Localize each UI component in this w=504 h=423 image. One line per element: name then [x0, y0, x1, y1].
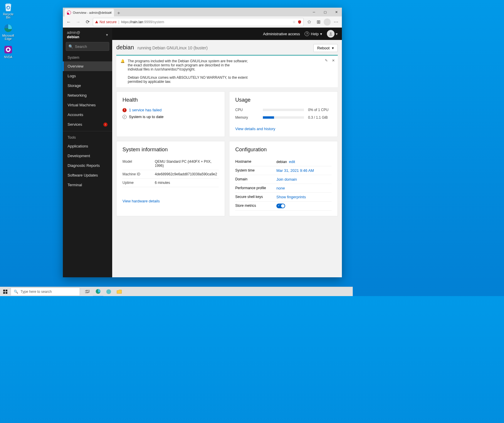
taskbar-search-input[interactable]: 🔍 Type here to search — [11, 288, 80, 296]
task-edge-beta[interactable] — [103, 287, 114, 296]
window-minimize-button[interactable]: ─ — [308, 8, 320, 16]
tab-title: Overview - admin@debian — [73, 11, 111, 14]
nav-applications[interactable]: Applications — [63, 141, 112, 151]
chevron-down-icon[interactable]: ▾ — [336, 32, 338, 36]
up-to-date-text: System is up to date — [129, 115, 164, 119]
nav-overview[interactable]: Overview — [63, 61, 112, 71]
configuration-card: Configuration Hostnamedebian edit System… — [229, 141, 338, 216]
memory-value: 0.3 / 1.1 GiB — [308, 115, 332, 120]
nav-section-system: System — [63, 53, 112, 61]
url-text: https://rain.lan:9999/system — [121, 20, 164, 24]
nav-storage[interactable]: Storage — [63, 81, 112, 90]
info-row-uptime: Uptime6 minutes — [122, 179, 219, 187]
config-title: Configuration — [235, 147, 332, 153]
address-bar: ← → ⟳ Not secure | https://rain.lan:9999… — [63, 16, 342, 28]
svg-point-5 — [330, 32, 332, 34]
caret-down-icon: ▾ — [332, 46, 334, 50]
browser-tab[interactable]: Overview - admin@debian ✕ — [65, 9, 114, 16]
health-title: Health — [122, 97, 219, 103]
desktop-icon-nvda[interactable]: NVDA — [1, 44, 16, 59]
nav-software-updates[interactable]: Software Updates — [63, 170, 112, 180]
nav-services[interactable]: Services! — [63, 120, 112, 129]
svg-point-15 — [106, 289, 111, 294]
chevron-down-icon: ▾ — [320, 32, 322, 36]
usage-details-link[interactable]: View details and history — [235, 127, 275, 131]
health-card: Health ! 1 service has failed ✓ System i… — [116, 91, 225, 137]
nav-terminal[interactable]: Terminal — [63, 180, 112, 190]
service-failed-link[interactable]: 1 service has failed — [129, 108, 162, 112]
perf-profile-link[interactable]: none — [276, 186, 332, 190]
back-button[interactable]: ← — [65, 18, 73, 26]
svg-rect-13 — [86, 290, 89, 292]
browser-titlebar: Overview - admin@debian ✕ ＋ ─ ▢ ✕ — [63, 8, 342, 16]
info-row-machine-id: Machine ID4de689962c9e6add8710038a590ca9… — [122, 170, 219, 179]
shield-icon[interactable] — [298, 20, 302, 24]
usage-title: Usage — [235, 97, 332, 103]
favorite-icon[interactable]: ☆ — [293, 20, 296, 24]
ssh-fingerprints-link[interactable]: Show fingerprints — [276, 195, 332, 199]
new-tab-button[interactable]: ＋ — [115, 9, 122, 16]
sidebar: admin@ debian ▾ 🔍 Search System Overview… — [63, 28, 112, 277]
cpu-label: CPU — [235, 108, 259, 112]
edit-motd-icon[interactable]: ✎ — [325, 58, 328, 63]
desktop-icon-recycle-bin[interactable]: Recycle Bin — [1, 1, 16, 19]
nav-networking[interactable]: Networking — [63, 90, 112, 100]
menu-button[interactable]: ⋯ — [332, 18, 340, 26]
address-field[interactable]: Not secure | https://rain.lan:9999/syste… — [93, 18, 304, 26]
store-metrics-toggle[interactable]: ✓ — [276, 204, 285, 208]
forward-button: → — [74, 18, 82, 26]
svg-rect-11 — [6, 292, 7, 294]
collections-button[interactable]: ⊞ — [314, 18, 322, 26]
browser-window: Overview - admin@debian ✕ ＋ ─ ▢ ✕ ← → ⟳ … — [63, 8, 342, 277]
join-domain-link[interactable]: Join domain — [276, 177, 332, 182]
system-time-link[interactable]: Mar 31, 2021 9:46 AM — [276, 168, 332, 173]
info-row-model: ModelQEMU Standard PC (i440FX + PIIX, 19… — [122, 157, 219, 170]
help-menu[interactable]: ? Help ▾ — [305, 31, 322, 36]
task-edge[interactable] — [93, 287, 103, 296]
nav-virtual-machines[interactable]: Virtual Machines — [63, 100, 112, 110]
nav-logs[interactable]: Logs — [63, 71, 112, 81]
profile-button[interactable] — [324, 19, 331, 26]
host-switcher[interactable]: admin@ debian ▾ — [63, 28, 112, 42]
nav-diagnostic-reports[interactable]: Diagnostic Reports — [63, 161, 112, 170]
tab-close-icon[interactable]: ✕ — [109, 11, 112, 15]
edit-hostname-link[interactable]: edit — [289, 160, 295, 164]
window-close-button[interactable]: ✕ — [331, 8, 342, 16]
alert-badge-icon: ! — [103, 122, 107, 127]
start-button[interactable] — [0, 287, 11, 296]
window-maximize-button[interactable]: ▢ — [320, 8, 331, 16]
administrative-access-button[interactable]: Administrative access — [263, 32, 300, 36]
svg-point-4 — [7, 48, 9, 51]
page-header: debian running Debian GNU/Linux 10 (bust… — [116, 44, 338, 52]
task-file-explorer[interactable] — [114, 287, 125, 296]
not-secure-badge[interactable]: Not secure — [95, 20, 117, 24]
help-icon: ? — [305, 31, 309, 36]
check-icon: ✓ — [122, 115, 127, 119]
nav-section-tools: Tools — [63, 133, 112, 141]
edge-icon — [3, 23, 14, 34]
nav-accounts[interactable]: Accounts — [63, 110, 112, 120]
search-icon: 🔍 — [14, 290, 18, 294]
reboot-button[interactable]: Reboot ▾ — [313, 44, 338, 52]
desktop-icon-edge[interactable]: Microsoft Edge — [1, 23, 16, 41]
svg-rect-10 — [3, 292, 5, 294]
refresh-button[interactable]: ⟳ — [83, 18, 92, 26]
svg-rect-9 — [6, 290, 7, 291]
close-motd-icon[interactable]: ✕ — [332, 58, 335, 63]
task-view-button[interactable] — [82, 287, 93, 296]
memory-label: Memory — [235, 115, 259, 120]
nvda-icon — [3, 44, 14, 55]
warning-icon — [95, 20, 98, 24]
motd-banner: 🔔 The programs included with the Debian … — [116, 55, 338, 87]
favicon-icon — [67, 11, 71, 15]
svg-rect-8 — [3, 290, 5, 291]
hw-details-link[interactable]: View hardware details — [122, 199, 160, 203]
usage-card: Usage CPU 0% of 1 CPU Memory 0.3 / 1.1 G… — [229, 91, 338, 137]
search-input[interactable]: 🔍 Search — [66, 42, 109, 51]
session-avatar-icon[interactable] — [327, 30, 335, 38]
favorites-button[interactable]: ✩ — [305, 18, 313, 26]
chevron-down-icon: ▾ — [106, 33, 108, 37]
nav-development[interactable]: Development — [63, 151, 112, 161]
search-icon: 🔍 — [68, 44, 73, 49]
system-info-card: System information ModelQEMU Standard PC… — [116, 141, 225, 216]
